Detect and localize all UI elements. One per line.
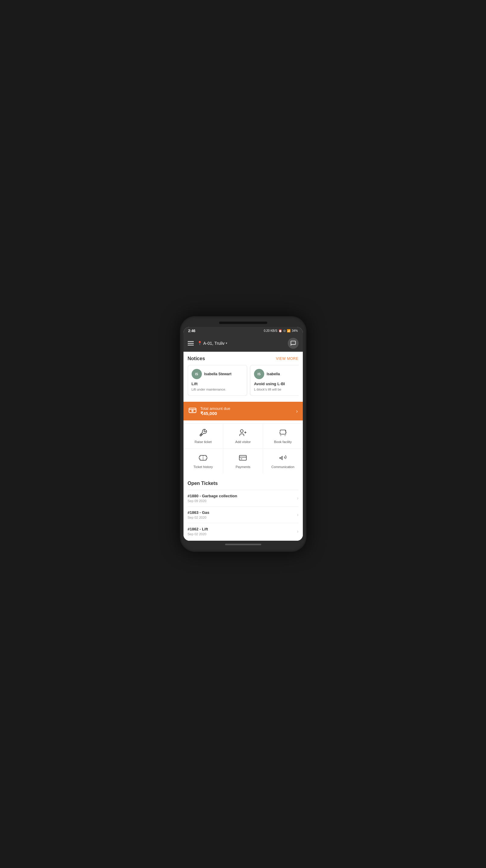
ticket-item-1880[interactable]: #1880 - Garbage collection Sep 09 2020 › (188, 490, 299, 506)
notice-card-2[interactable]: IS Isabella Avoid using L-Bl L-block's l… (250, 365, 299, 396)
notice-card-1-header: IS Isabella Stewart (192, 369, 243, 379)
location-label: A-01, Truliv (203, 341, 225, 346)
notice-body-2: L-block's lift will be (254, 387, 299, 392)
notice-body-1: Lift under maintenance. (192, 387, 243, 392)
header-left: 📍 A-01, Truliv ▾ (188, 341, 227, 346)
payments-label: Payments (236, 465, 250, 469)
wrench-icon (199, 429, 207, 438)
raise-ticket-label: Raise ticket (195, 440, 212, 444)
notice-avatar-1: IS (192, 369, 202, 379)
notice-author-1: Isabella Stewart (204, 372, 232, 376)
ticket-date-1862: Sep 02 2020 (188, 532, 208, 536)
location-selector[interactable]: 📍 A-01, Truliv ▾ (197, 341, 227, 346)
status-icons: 0.20 KB/S ⏰ ⊙ 📶 34% (264, 329, 298, 333)
notice-title-1: Lift (192, 381, 243, 386)
ticket-chevron-right-icon-1880: › (297, 495, 298, 501)
notice-title-2: Avoid using L-Bl (254, 381, 299, 386)
status-time: 2:46 (188, 329, 196, 333)
payment-text: Total amount due ₹45,000 (200, 406, 230, 416)
ticket-icon (199, 454, 207, 463)
wifi-icon: ⊙ (283, 329, 286, 333)
add-visitor-button[interactable]: Add visitor (223, 424, 263, 448)
phone-frame: 2:46 0.20 KB/S ⏰ ⊙ 📶 34% 📍 A-01, Truliv … (180, 316, 306, 552)
quick-actions-grid: Raise ticket Add visitor (184, 424, 303, 473)
payment-label: Total amount due (200, 406, 230, 411)
ticket-info-1862: #1862 - Lift Sep 02 2020 (188, 527, 208, 536)
ticket-history-button[interactable]: Ticket history (184, 449, 223, 473)
raise-ticket-button[interactable]: Raise ticket (184, 424, 223, 448)
actions-row-2: Ticket history Payments (184, 448, 303, 473)
ticket-date-1863: Sep 02 2020 (188, 516, 209, 519)
phone-screen: 2:46 0.20 KB/S ⏰ ⊙ 📶 34% 📍 A-01, Truliv … (184, 327, 303, 541)
ticket-history-label: Ticket history (193, 465, 213, 469)
megaphone-icon (279, 454, 287, 463)
notices-title: Notices (188, 356, 205, 361)
chat-button[interactable] (288, 338, 299, 349)
chat-icon (290, 340, 296, 346)
payment-chevron-right-icon: › (296, 408, 298, 414)
payment-banner[interactable]: Total amount due ₹45,000 › (184, 402, 303, 421)
phone-notch (219, 321, 267, 324)
signal-icon: 📶 (287, 329, 290, 333)
svg-rect-9 (239, 456, 247, 460)
menu-button[interactable] (188, 341, 194, 345)
alarm-icon: ⏰ (279, 329, 282, 333)
notices-cards: IS Isabella Stewart Lift Lift under main… (188, 365, 299, 396)
notice-card-1[interactable]: IS Isabella Stewart Lift Lift under main… (188, 365, 247, 396)
view-more-button[interactable]: VIEW MORE (276, 356, 299, 361)
ticket-chevron-right-icon-1863: › (297, 512, 298, 518)
network-speed: 0.20 KB/S (264, 329, 277, 333)
chevron-down-icon: ▾ (226, 341, 227, 345)
ticket-name-1863: #1863 - Gas (188, 510, 209, 515)
notices-header: Notices VIEW MORE (188, 356, 299, 361)
book-facility-label: Book facility (274, 440, 292, 444)
battery-indicator: 34% (292, 329, 298, 333)
app-header: 📍 A-01, Truliv ▾ (184, 335, 303, 352)
open-tickets-title: Open Tickets (188, 481, 299, 486)
ticket-name-1862: #1862 - Lift (188, 527, 208, 531)
notices-section: Notices VIEW MORE IS Isabella Stewart Li… (184, 352, 303, 399)
ticket-info-1880: #1880 - Garbage collection Sep 09 2020 (188, 494, 237, 503)
status-bar: 2:46 0.20 KB/S ⏰ ⊙ 📶 34% (184, 327, 303, 335)
svg-point-1 (192, 410, 193, 412)
communication-label: Communication (271, 465, 294, 469)
notice-avatar-2: IS (254, 369, 264, 379)
phone-home-bar (225, 544, 261, 545)
add-visitor-label: Add visitor (235, 440, 251, 444)
sofa-icon (279, 429, 287, 438)
payments-button[interactable]: Payments (223, 449, 263, 473)
payment-amount: ₹45,000 (200, 411, 230, 416)
payment-cash-icon (188, 406, 197, 416)
ticket-item-1863[interactable]: #1863 - Gas Sep 02 2020 › (188, 506, 299, 523)
visitor-icon (239, 429, 247, 438)
communication-button[interactable]: Communication (263, 449, 302, 473)
ticket-name-1880: #1880 - Garbage collection (188, 494, 237, 498)
ticket-chevron-right-icon-1862: › (297, 529, 298, 534)
notice-author-2: Isabella (267, 372, 280, 376)
location-pin-icon: 📍 (197, 341, 202, 345)
payments-icon (239, 454, 247, 463)
svg-point-3 (240, 430, 243, 433)
open-tickets-section: Open Tickets #1880 - Garbage collection … (184, 476, 303, 541)
actions-row-1: Raise ticket Add visitor (184, 424, 303, 448)
ticket-date-1880: Sep 09 2020 (188, 499, 237, 503)
main-content: Notices VIEW MORE IS Isabella Stewart Li… (184, 352, 303, 541)
ticket-item-1862[interactable]: #1862 - Lift Sep 02 2020 › (188, 523, 299, 539)
ticket-info-1863: #1863 - Gas Sep 02 2020 (188, 510, 209, 519)
notice-card-2-header: IS Isabella (254, 369, 299, 379)
book-facility-button[interactable]: Book facility (263, 424, 302, 448)
